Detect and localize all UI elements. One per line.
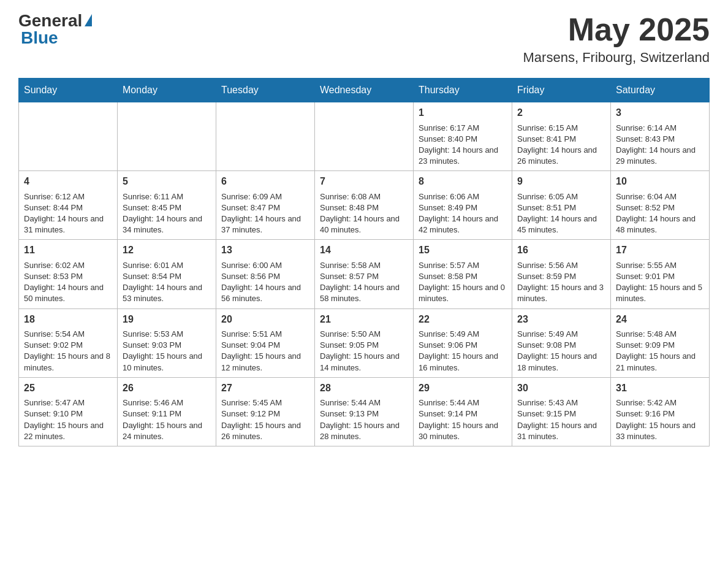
calendar-cell: 15Sunrise: 5:57 AMSunset: 8:58 PMDayligh… xyxy=(414,240,512,308)
day-number: 18 xyxy=(24,313,112,326)
day-info: Sunrise: 5:55 AMSunset: 9:01 PMDaylight:… xyxy=(616,260,704,305)
column-header-wednesday: Wednesday xyxy=(315,79,414,102)
calendar-cell: 24Sunrise: 5:48 AMSunset: 9:09 PMDayligh… xyxy=(611,308,710,377)
day-info: Sunrise: 5:54 AMSunset: 9:02 PMDaylight:… xyxy=(24,329,112,373)
day-info: Sunrise: 6:06 AMSunset: 8:49 PMDaylight:… xyxy=(419,191,507,236)
day-info: Sunrise: 5:46 AMSunset: 9:11 PMDaylight:… xyxy=(123,397,211,442)
calendar-cell: 3Sunrise: 6:14 AMSunset: 8:43 PMDaylight… xyxy=(611,102,710,171)
logo: General Blue xyxy=(18,12,92,47)
day-number: 4 xyxy=(24,175,112,188)
week-row-1: 1Sunrise: 6:17 AMSunset: 8:40 PMDaylight… xyxy=(19,102,710,171)
day-info: Sunrise: 6:05 AMSunset: 8:51 PMDaylight:… xyxy=(517,191,605,236)
day-number: 30 xyxy=(517,381,605,395)
day-info: Sunrise: 6:14 AMSunset: 8:43 PMDaylight:… xyxy=(616,123,704,167)
day-number: 28 xyxy=(320,381,408,395)
day-number: 27 xyxy=(221,381,309,395)
day-info: Sunrise: 5:42 AMSunset: 9:16 PMDaylight:… xyxy=(616,397,704,442)
day-info: Sunrise: 6:01 AMSunset: 8:54 PMDaylight:… xyxy=(123,260,211,305)
logo-blue-text: Blue xyxy=(21,29,92,47)
calendar-cell: 5Sunrise: 6:11 AMSunset: 8:45 PMDaylight… xyxy=(118,171,216,240)
day-number: 24 xyxy=(616,313,704,326)
day-number: 13 xyxy=(221,243,309,257)
calendar-cell: 26Sunrise: 5:46 AMSunset: 9:11 PMDayligh… xyxy=(118,377,216,446)
day-number: 3 xyxy=(616,106,704,120)
calendar-cell xyxy=(118,102,216,171)
day-number: 31 xyxy=(616,381,704,395)
column-header-sunday: Sunday xyxy=(19,79,118,102)
column-header-tuesday: Tuesday xyxy=(216,79,315,102)
day-info: Sunrise: 6:00 AMSunset: 8:56 PMDaylight:… xyxy=(221,260,309,305)
day-number: 25 xyxy=(24,381,112,395)
day-info: Sunrise: 5:50 AMSunset: 9:05 PMDaylight:… xyxy=(320,329,408,373)
week-row-4: 18Sunrise: 5:54 AMSunset: 9:02 PMDayligh… xyxy=(19,308,710,377)
calendar-cell: 16Sunrise: 5:56 AMSunset: 8:59 PMDayligh… xyxy=(512,240,611,308)
column-header-monday: Monday xyxy=(118,79,216,102)
calendar-header-row: SundayMondayTuesdayWednesdayThursdayFrid… xyxy=(19,79,710,102)
calendar-cell: 9Sunrise: 6:05 AMSunset: 8:51 PMDaylight… xyxy=(512,171,611,240)
day-info: Sunrise: 6:08 AMSunset: 8:48 PMDaylight:… xyxy=(320,191,408,236)
calendar-cell: 11Sunrise: 6:02 AMSunset: 8:53 PMDayligh… xyxy=(19,240,118,308)
day-number: 17 xyxy=(616,243,704,257)
calendar-cell: 22Sunrise: 5:49 AMSunset: 9:06 PMDayligh… xyxy=(414,308,512,377)
day-number: 11 xyxy=(24,243,112,257)
day-number: 19 xyxy=(123,313,211,326)
day-info: Sunrise: 6:17 AMSunset: 8:40 PMDaylight:… xyxy=(419,123,507,167)
day-info: Sunrise: 5:48 AMSunset: 9:09 PMDaylight:… xyxy=(616,329,704,373)
day-number: 6 xyxy=(221,175,309,188)
calendar-cell: 23Sunrise: 5:49 AMSunset: 9:08 PMDayligh… xyxy=(512,308,611,377)
calendar-cell xyxy=(315,102,414,171)
day-number: 9 xyxy=(517,175,605,188)
day-info: Sunrise: 6:11 AMSunset: 8:45 PMDaylight:… xyxy=(123,191,211,236)
day-number: 8 xyxy=(419,175,507,188)
calendar-cell: 20Sunrise: 5:51 AMSunset: 9:04 PMDayligh… xyxy=(216,308,315,377)
calendar-cell: 19Sunrise: 5:53 AMSunset: 9:03 PMDayligh… xyxy=(118,308,216,377)
day-number: 26 xyxy=(123,381,211,395)
day-number: 23 xyxy=(517,313,605,326)
day-number: 10 xyxy=(616,175,704,188)
logo-general-text: General xyxy=(18,12,82,29)
day-number: 21 xyxy=(320,313,408,326)
day-info: Sunrise: 5:56 AMSunset: 8:59 PMDaylight:… xyxy=(517,260,605,305)
day-number: 14 xyxy=(320,243,408,257)
week-row-2: 4Sunrise: 6:12 AMSunset: 8:44 PMDaylight… xyxy=(19,171,710,240)
column-header-friday: Friday xyxy=(512,79,611,102)
day-number: 29 xyxy=(419,381,507,395)
day-info: Sunrise: 5:43 AMSunset: 9:15 PMDaylight:… xyxy=(517,397,605,442)
calendar-cell xyxy=(216,102,315,171)
day-info: Sunrise: 5:49 AMSunset: 9:08 PMDaylight:… xyxy=(517,329,605,373)
calendar-cell: 18Sunrise: 5:54 AMSunset: 9:02 PMDayligh… xyxy=(19,308,118,377)
day-info: Sunrise: 6:15 AMSunset: 8:41 PMDaylight:… xyxy=(517,123,605,167)
calendar-cell: 2Sunrise: 6:15 AMSunset: 8:41 PMDaylight… xyxy=(512,102,611,171)
calendar-cell: 4Sunrise: 6:12 AMSunset: 8:44 PMDaylight… xyxy=(19,171,118,240)
day-info: Sunrise: 6:02 AMSunset: 8:53 PMDaylight:… xyxy=(24,260,112,305)
day-info: Sunrise: 6:09 AMSunset: 8:47 PMDaylight:… xyxy=(221,191,309,236)
calendar-cell: 27Sunrise: 5:45 AMSunset: 9:12 PMDayligh… xyxy=(216,377,315,446)
day-number: 5 xyxy=(123,175,211,188)
calendar-cell: 28Sunrise: 5:44 AMSunset: 9:13 PMDayligh… xyxy=(315,377,414,446)
day-number: 16 xyxy=(517,243,605,257)
week-row-5: 25Sunrise: 5:47 AMSunset: 9:10 PMDayligh… xyxy=(19,377,710,446)
day-number: 12 xyxy=(123,243,211,257)
day-number: 22 xyxy=(419,313,507,326)
location-subtitle: Marsens, Fribourg, Switzerland xyxy=(523,50,710,66)
logo-triangle-icon xyxy=(85,14,92,26)
calendar-cell: 17Sunrise: 5:55 AMSunset: 9:01 PMDayligh… xyxy=(611,240,710,308)
day-number: 15 xyxy=(419,243,507,257)
day-info: Sunrise: 5:58 AMSunset: 8:57 PMDaylight:… xyxy=(320,260,408,305)
week-row-3: 11Sunrise: 6:02 AMSunset: 8:53 PMDayligh… xyxy=(19,240,710,308)
day-info: Sunrise: 5:45 AMSunset: 9:12 PMDaylight:… xyxy=(221,397,309,442)
calendar-cell: 14Sunrise: 5:58 AMSunset: 8:57 PMDayligh… xyxy=(315,240,414,308)
title-section: May 2025 Marsens, Fribourg, Switzerland xyxy=(523,12,710,66)
calendar-cell: 7Sunrise: 6:08 AMSunset: 8:48 PMDaylight… xyxy=(315,171,414,240)
day-info: Sunrise: 5:51 AMSunset: 9:04 PMDaylight:… xyxy=(221,329,309,373)
day-number: 7 xyxy=(320,175,408,188)
calendar-cell: 1Sunrise: 6:17 AMSunset: 8:40 PMDaylight… xyxy=(414,102,512,171)
day-info: Sunrise: 5:47 AMSunset: 9:10 PMDaylight:… xyxy=(24,397,112,442)
day-info: Sunrise: 5:53 AMSunset: 9:03 PMDaylight:… xyxy=(123,329,211,373)
calendar-cell: 10Sunrise: 6:04 AMSunset: 8:52 PMDayligh… xyxy=(611,171,710,240)
calendar-cell: 31Sunrise: 5:42 AMSunset: 9:16 PMDayligh… xyxy=(611,377,710,446)
day-number: 1 xyxy=(419,106,507,120)
day-info: Sunrise: 6:04 AMSunset: 8:52 PMDaylight:… xyxy=(616,191,704,236)
month-year-title: May 2025 xyxy=(523,12,710,47)
day-info: Sunrise: 6:12 AMSunset: 8:44 PMDaylight:… xyxy=(24,191,112,236)
